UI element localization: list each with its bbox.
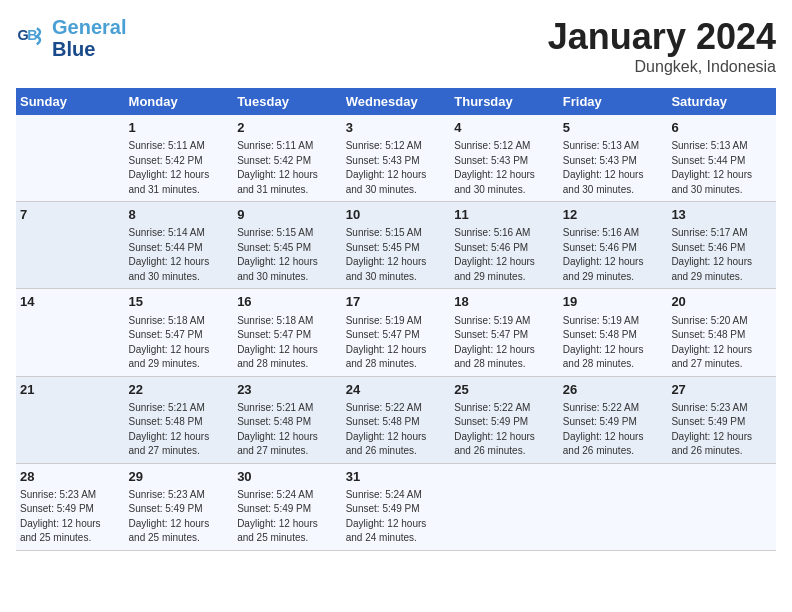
- calendar-cell: 18Sunrise: 5:19 AM Sunset: 5:47 PM Dayli…: [450, 289, 559, 376]
- day-info: Sunrise: 5:17 AM Sunset: 5:46 PM Dayligh…: [671, 226, 772, 284]
- day-number: 18: [454, 293, 555, 311]
- calendar-cell: 8Sunrise: 5:14 AM Sunset: 5:44 PM Daylig…: [125, 202, 234, 289]
- day-number: 14: [20, 293, 121, 311]
- calendar-cell: 13Sunrise: 5:17 AM Sunset: 5:46 PM Dayli…: [667, 202, 776, 289]
- day-info: Sunrise: 5:23 AM Sunset: 5:49 PM Dayligh…: [20, 488, 121, 546]
- day-number: 8: [129, 206, 230, 224]
- weekday-header-tuesday: Tuesday: [233, 88, 342, 115]
- week-row-1: 1Sunrise: 5:11 AM Sunset: 5:42 PM Daylig…: [16, 115, 776, 202]
- calendar-cell: 9Sunrise: 5:15 AM Sunset: 5:45 PM Daylig…: [233, 202, 342, 289]
- calendar-cell: 22Sunrise: 5:21 AM Sunset: 5:48 PM Dayli…: [125, 376, 234, 463]
- day-info: Sunrise: 5:14 AM Sunset: 5:44 PM Dayligh…: [129, 226, 230, 284]
- calendar-cell: [16, 115, 125, 202]
- day-number: 28: [20, 468, 121, 486]
- day-number: 21: [20, 381, 121, 399]
- weekday-header-thursday: Thursday: [450, 88, 559, 115]
- logo-text-line2: Blue: [52, 38, 126, 60]
- day-info: Sunrise: 5:11 AM Sunset: 5:42 PM Dayligh…: [237, 139, 338, 197]
- weekday-header-row: SundayMondayTuesdayWednesdayThursdayFrid…: [16, 88, 776, 115]
- day-number: 27: [671, 381, 772, 399]
- calendar-cell: [559, 463, 668, 550]
- day-info: Sunrise: 5:19 AM Sunset: 5:47 PM Dayligh…: [346, 314, 447, 372]
- day-info: Sunrise: 5:19 AM Sunset: 5:48 PM Dayligh…: [563, 314, 664, 372]
- day-info: Sunrise: 5:15 AM Sunset: 5:45 PM Dayligh…: [237, 226, 338, 284]
- weekday-header-monday: Monday: [125, 88, 234, 115]
- calendar-cell: 4Sunrise: 5:12 AM Sunset: 5:43 PM Daylig…: [450, 115, 559, 202]
- day-number: 10: [346, 206, 447, 224]
- calendar-cell: 24Sunrise: 5:22 AM Sunset: 5:48 PM Dayli…: [342, 376, 451, 463]
- calendar-cell: 19Sunrise: 5:19 AM Sunset: 5:48 PM Dayli…: [559, 289, 668, 376]
- title-block: January 2024 Dungkek, Indonesia: [548, 16, 776, 76]
- day-number: 23: [237, 381, 338, 399]
- day-info: Sunrise: 5:23 AM Sunset: 5:49 PM Dayligh…: [129, 488, 230, 546]
- calendar-cell: 20Sunrise: 5:20 AM Sunset: 5:48 PM Dayli…: [667, 289, 776, 376]
- calendar-cell: 11Sunrise: 5:16 AM Sunset: 5:46 PM Dayli…: [450, 202, 559, 289]
- day-number: 7: [20, 206, 121, 224]
- day-number: 29: [129, 468, 230, 486]
- day-number: 19: [563, 293, 664, 311]
- day-number: 26: [563, 381, 664, 399]
- day-info: Sunrise: 5:16 AM Sunset: 5:46 PM Dayligh…: [563, 226, 664, 284]
- day-number: 12: [563, 206, 664, 224]
- calendar-cell: 16Sunrise: 5:18 AM Sunset: 5:47 PM Dayli…: [233, 289, 342, 376]
- day-number: 15: [129, 293, 230, 311]
- weekday-header-friday: Friday: [559, 88, 668, 115]
- calendar-cell: 7: [16, 202, 125, 289]
- day-info: Sunrise: 5:24 AM Sunset: 5:49 PM Dayligh…: [346, 488, 447, 546]
- day-number: 30: [237, 468, 338, 486]
- page-header: G B General Blue January 2024 Dungkek, I…: [16, 16, 776, 76]
- day-number: 20: [671, 293, 772, 311]
- weekday-header-saturday: Saturday: [667, 88, 776, 115]
- day-number: 1: [129, 119, 230, 137]
- calendar-table: SundayMondayTuesdayWednesdayThursdayFrid…: [16, 88, 776, 551]
- svg-text:B: B: [27, 27, 37, 43]
- calendar-cell: 2Sunrise: 5:11 AM Sunset: 5:42 PM Daylig…: [233, 115, 342, 202]
- logo: G B General Blue: [16, 16, 126, 60]
- calendar-cell: 10Sunrise: 5:15 AM Sunset: 5:45 PM Dayli…: [342, 202, 451, 289]
- day-number: 24: [346, 381, 447, 399]
- calendar-cell: 1Sunrise: 5:11 AM Sunset: 5:42 PM Daylig…: [125, 115, 234, 202]
- day-number: 4: [454, 119, 555, 137]
- calendar-cell: 15Sunrise: 5:18 AM Sunset: 5:47 PM Dayli…: [125, 289, 234, 376]
- day-info: Sunrise: 5:15 AM Sunset: 5:45 PM Dayligh…: [346, 226, 447, 284]
- week-row-5: 28Sunrise: 5:23 AM Sunset: 5:49 PM Dayli…: [16, 463, 776, 550]
- day-info: Sunrise: 5:18 AM Sunset: 5:47 PM Dayligh…: [237, 314, 338, 372]
- calendar-cell: 12Sunrise: 5:16 AM Sunset: 5:46 PM Dayli…: [559, 202, 668, 289]
- day-info: Sunrise: 5:21 AM Sunset: 5:48 PM Dayligh…: [237, 401, 338, 459]
- day-number: 3: [346, 119, 447, 137]
- day-info: Sunrise: 5:11 AM Sunset: 5:42 PM Dayligh…: [129, 139, 230, 197]
- calendar-cell: 14: [16, 289, 125, 376]
- calendar-cell: 29Sunrise: 5:23 AM Sunset: 5:49 PM Dayli…: [125, 463, 234, 550]
- day-info: Sunrise: 5:22 AM Sunset: 5:49 PM Dayligh…: [563, 401, 664, 459]
- week-row-4: 2122Sunrise: 5:21 AM Sunset: 5:48 PM Day…: [16, 376, 776, 463]
- calendar-cell: [667, 463, 776, 550]
- calendar-cell: 26Sunrise: 5:22 AM Sunset: 5:49 PM Dayli…: [559, 376, 668, 463]
- day-info: Sunrise: 5:20 AM Sunset: 5:48 PM Dayligh…: [671, 314, 772, 372]
- day-info: Sunrise: 5:22 AM Sunset: 5:48 PM Dayligh…: [346, 401, 447, 459]
- day-number: 22: [129, 381, 230, 399]
- day-number: 31: [346, 468, 447, 486]
- calendar-cell: 3Sunrise: 5:12 AM Sunset: 5:43 PM Daylig…: [342, 115, 451, 202]
- calendar-cell: 25Sunrise: 5:22 AM Sunset: 5:49 PM Dayli…: [450, 376, 559, 463]
- day-info: Sunrise: 5:13 AM Sunset: 5:44 PM Dayligh…: [671, 139, 772, 197]
- calendar-cell: 31Sunrise: 5:24 AM Sunset: 5:49 PM Dayli…: [342, 463, 451, 550]
- month-year-title: January 2024: [548, 16, 776, 58]
- day-info: Sunrise: 5:12 AM Sunset: 5:43 PM Dayligh…: [454, 139, 555, 197]
- day-number: 17: [346, 293, 447, 311]
- calendar-cell: 6Sunrise: 5:13 AM Sunset: 5:44 PM Daylig…: [667, 115, 776, 202]
- calendar-cell: 23Sunrise: 5:21 AM Sunset: 5:48 PM Dayli…: [233, 376, 342, 463]
- day-number: 2: [237, 119, 338, 137]
- calendar-cell: 30Sunrise: 5:24 AM Sunset: 5:49 PM Dayli…: [233, 463, 342, 550]
- week-row-3: 1415Sunrise: 5:18 AM Sunset: 5:47 PM Day…: [16, 289, 776, 376]
- logo-icon: G B: [16, 22, 48, 54]
- day-number: 11: [454, 206, 555, 224]
- calendar-cell: 28Sunrise: 5:23 AM Sunset: 5:49 PM Dayli…: [16, 463, 125, 550]
- day-number: 5: [563, 119, 664, 137]
- day-number: 6: [671, 119, 772, 137]
- day-info: Sunrise: 5:23 AM Sunset: 5:49 PM Dayligh…: [671, 401, 772, 459]
- calendar-cell: 17Sunrise: 5:19 AM Sunset: 5:47 PM Dayli…: [342, 289, 451, 376]
- calendar-cell: [450, 463, 559, 550]
- day-info: Sunrise: 5:16 AM Sunset: 5:46 PM Dayligh…: [454, 226, 555, 284]
- calendar-cell: 27Sunrise: 5:23 AM Sunset: 5:49 PM Dayli…: [667, 376, 776, 463]
- day-info: Sunrise: 5:19 AM Sunset: 5:47 PM Dayligh…: [454, 314, 555, 372]
